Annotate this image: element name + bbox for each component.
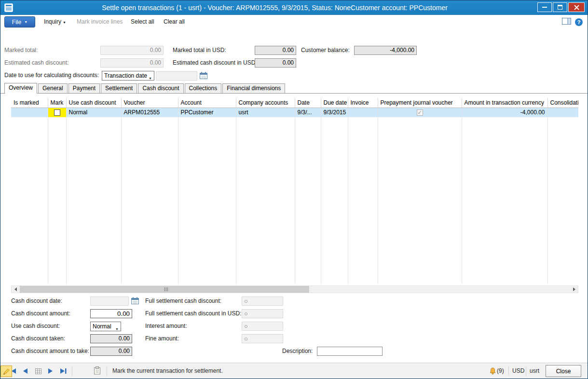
discount-date-field bbox=[156, 71, 197, 81]
status-dot-icon bbox=[245, 338, 247, 340]
column-header-date[interactable]: Date bbox=[295, 98, 321, 108]
cell-consolidation[interactable] bbox=[547, 108, 578, 117]
tab-financial-dimensions[interactable]: Financial dimensions bbox=[222, 83, 285, 93]
status-hint: Mark the current transaction for settlem… bbox=[112, 363, 223, 379]
calendar-icon[interactable] bbox=[200, 72, 207, 79]
cash-discount-amount-label: Cash discount amount: bbox=[11, 309, 70, 318]
prepayment-checkbox: ✓ bbox=[417, 109, 423, 116]
cell-voucher[interactable]: ARPM012555 bbox=[121, 108, 178, 117]
full-settlement-cash-discount-label: Full settlement cash discount: bbox=[145, 297, 221, 306]
cell-company-accounts[interactable]: usrt bbox=[236, 108, 295, 117]
company-indicator: usrt bbox=[530, 363, 539, 379]
calendar-icon[interactable] bbox=[131, 297, 139, 304]
fine-amount-label: Fine amount: bbox=[145, 334, 179, 343]
cash-discount-amount-to-take-field: 0.00 bbox=[90, 347, 132, 356]
app-icon bbox=[4, 3, 13, 12]
column-header-consolidation[interactable]: Consolidatio bbox=[547, 98, 578, 108]
column-header-voucher[interactable]: Voucher bbox=[121, 98, 178, 108]
cell-mark[interactable] bbox=[48, 108, 66, 117]
column-header-use-cash-discount[interactable]: Use cash discount bbox=[66, 98, 121, 108]
select-all-menu[interactable]: Select all bbox=[131, 15, 154, 28]
tab-overview[interactable]: Overview bbox=[4, 83, 37, 94]
titlebar[interactable]: Settle open transactions (1 - usrt) - Vo… bbox=[0, 0, 588, 15]
last-record-icon[interactable] bbox=[59, 367, 67, 375]
cell-amount-in-transaction-currency[interactable]: -4,000.00 bbox=[462, 108, 547, 117]
marked-total-usd-field: 0.00 bbox=[255, 46, 296, 55]
cash-discount-date-field bbox=[90, 297, 129, 306]
marked-total-label: Marked total: bbox=[4, 46, 38, 55]
previous-record-icon[interactable] bbox=[22, 367, 29, 375]
column-header-invoice[interactable]: Invoice bbox=[348, 98, 378, 108]
table-row[interactable]: Normal ARPM012555 PPCustomer usrt 9/3/..… bbox=[11, 108, 578, 117]
use-cash-discount-dropdown[interactable]: Normal▼ bbox=[90, 322, 121, 331]
full-settlement-cash-discount-field bbox=[242, 297, 283, 306]
chevron-down-icon: ▼ bbox=[115, 325, 119, 331]
close-button[interactable]: Close bbox=[546, 365, 581, 377]
cell-invoice[interactable] bbox=[348, 108, 378, 117]
scroll-right-arrow[interactable] bbox=[570, 286, 578, 293]
cash-discount-taken-field: 0.00 bbox=[90, 334, 132, 343]
close-window-button[interactable] bbox=[568, 2, 585, 12]
layout-panel-icon[interactable] bbox=[562, 18, 571, 26]
notification-bell-icon[interactable] bbox=[489, 367, 496, 375]
tab-cash-discount[interactable]: Cash discount bbox=[138, 83, 183, 93]
scroll-left-arrow[interactable] bbox=[12, 286, 19, 293]
cell-date[interactable]: 9/3/... bbox=[295, 108, 321, 117]
scrollbar-grip-icon bbox=[164, 287, 168, 291]
estimated-cash-discount-label: Estimated cash discount: bbox=[4, 58, 68, 68]
mark-checkbox[interactable] bbox=[54, 109, 60, 116]
mark-invoice-lines-menu: Mark invoice lines bbox=[77, 15, 123, 28]
use-cash-discount-label: Use cash discount: bbox=[11, 322, 60, 331]
column-header-is-marked[interactable]: Is marked bbox=[11, 98, 48, 108]
estimated-cash-discount-field: 0.00 bbox=[100, 58, 164, 68]
chevron-down-icon: ▼ bbox=[63, 21, 66, 24]
file-menu-button[interactable]: File▼ bbox=[4, 16, 35, 27]
chevron-down-icon: ▼ bbox=[24, 20, 27, 24]
cash-discount-amount-input[interactable] bbox=[90, 309, 132, 318]
customer-balance-label: Customer balance: bbox=[301, 46, 350, 55]
discount-date-label: Date to use for calculating discounts: bbox=[4, 71, 99, 80]
edit-record-button[interactable] bbox=[0, 365, 12, 377]
maximize-button[interactable] bbox=[553, 2, 567, 12]
clear-all-menu[interactable]: Clear all bbox=[164, 15, 185, 28]
interest-amount-field bbox=[242, 322, 283, 331]
tab-payment[interactable]: Payment bbox=[68, 83, 100, 93]
grid-header-row: Is marked Mark Use cash discount Voucher… bbox=[11, 98, 578, 108]
tab-settlement[interactable]: Settlement bbox=[101, 83, 137, 93]
description-input[interactable] bbox=[317, 347, 383, 356]
help-icon[interactable]: ? bbox=[575, 18, 583, 26]
settle-open-transactions-window: Settle open transactions (1 - usrt) - Vo… bbox=[0, 0, 588, 379]
tab-collections[interactable]: Collections bbox=[185, 83, 222, 93]
estimated-cash-discount-usd-label: Estimated cash discount in USD: bbox=[173, 58, 257, 68]
status-dot-icon bbox=[245, 312, 247, 315]
notification-count[interactable]: (9) bbox=[497, 363, 504, 379]
column-header-prepayment-journal-voucher[interactable]: Prepayment journal voucher bbox=[378, 98, 462, 108]
next-record-icon[interactable] bbox=[47, 367, 55, 375]
status-dot-icon bbox=[245, 325, 247, 328]
tab-general[interactable]: General bbox=[38, 83, 68, 93]
cell-is-marked[interactable] bbox=[11, 108, 48, 117]
cell-account[interactable]: PPCustomer bbox=[178, 108, 236, 117]
scrollbar-thumb[interactable] bbox=[20, 286, 309, 293]
marked-total-usd-label: Marked total in USD: bbox=[173, 46, 226, 55]
inquiry-menu[interactable]: Inquiry▼ bbox=[44, 15, 66, 28]
cell-use-cash-discount[interactable]: Normal bbox=[66, 108, 121, 117]
cell-due-date[interactable]: 9/3/2015 bbox=[321, 108, 348, 117]
cash-discount-date-label: Cash discount date: bbox=[11, 297, 62, 306]
column-header-company-accounts[interactable]: Company accounts bbox=[236, 98, 295, 108]
currency-indicator: USD bbox=[512, 363, 524, 379]
column-header-mark[interactable]: Mark bbox=[48, 98, 66, 108]
cell-prepayment-journal-voucher[interactable]: ✓ bbox=[378, 108, 462, 117]
grid-empty-area bbox=[11, 117, 578, 284]
column-header-account[interactable]: Account bbox=[178, 98, 236, 108]
cash-discount-amount-to-take-label: Cash discount amount to take: bbox=[11, 347, 89, 356]
grid-view-icon[interactable] bbox=[34, 367, 42, 375]
horizontal-scrollbar[interactable] bbox=[11, 285, 578, 293]
column-header-amount-in-transaction-currency[interactable]: Amount in transaction currency bbox=[462, 98, 547, 108]
paste-icon[interactable] bbox=[93, 367, 101, 374]
discount-date-dropdown[interactable]: Transaction date▼ bbox=[102, 71, 154, 81]
window-title: Settle open transactions (1 - usrt) - Vo… bbox=[20, 0, 530, 15]
tab-strip: Overview General Payment Settlement Cash… bbox=[0, 84, 588, 94]
column-header-due-date[interactable]: Due date bbox=[321, 98, 348, 108]
minimize-button[interactable] bbox=[537, 2, 552, 12]
